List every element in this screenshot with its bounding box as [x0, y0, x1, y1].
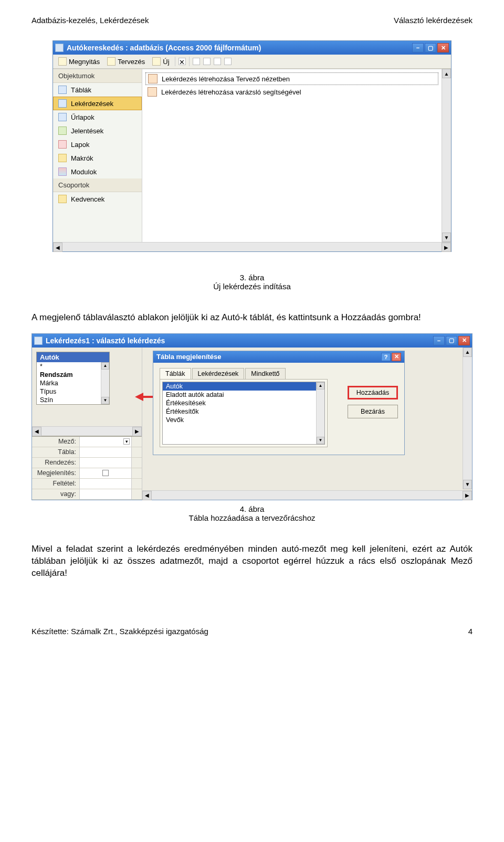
query-icon: [58, 99, 67, 108]
minimize-button[interactable]: −: [412, 43, 424, 52]
sidebar-item-forms[interactable]: Űrlapok: [53, 110, 142, 124]
scroll-up-button[interactable]: ▲: [463, 348, 472, 357]
toolbar-new[interactable]: Új: [150, 56, 171, 67]
dialog-close-button[interactable]: ✕: [392, 353, 401, 361]
field-tipus[interactable]: Típus: [37, 387, 101, 396]
toolbar-open[interactable]: Megnyitás: [56, 56, 102, 67]
grid-cell-show[interactable]: [79, 468, 132, 478]
dropdown-icon[interactable]: ▾: [123, 438, 130, 445]
listbox-item-ertekesitok[interactable]: Értékesítők: [163, 407, 316, 416]
scroll-up-button[interactable]: ▲: [442, 69, 451, 78]
toolbar-separator: [175, 57, 175, 66]
maximize-button[interactable]: ▢: [425, 43, 436, 52]
grid-label-or: vagy:: [32, 490, 79, 498]
tab-queries[interactable]: Lekérdezések: [192, 368, 245, 379]
sidebar-item-modules[interactable]: Modulok: [53, 165, 142, 178]
sidebar-item-label: Lekérdezések: [71, 100, 113, 108]
scroll-down-button[interactable]: ▼: [101, 397, 109, 404]
field-rendszam[interactable]: Rendszám: [37, 371, 101, 379]
list-item-label: Lekérdezés létrehozása varázsló segítség…: [161, 88, 301, 96]
sidebar-item-tables[interactable]: Táblák: [53, 83, 142, 97]
scroll-right-button[interactable]: ▶: [132, 427, 142, 436]
close-button[interactable]: ✕: [458, 336, 470, 345]
dialog-tabs: Táblák Lekérdezések Mindkettő: [160, 368, 398, 379]
grid-cell-or[interactable]: [79, 489, 132, 499]
grid-cell-table[interactable]: [79, 447, 132, 457]
delete-icon[interactable]: ✕: [178, 58, 186, 65]
right-hscroll[interactable]: ◀ ▶: [142, 490, 472, 500]
fieldbox-title: Autók: [37, 352, 109, 362]
add-button[interactable]: Hozzáadás: [348, 386, 398, 399]
upper-pane-hscroll[interactable]: ◀ ▶: [32, 426, 142, 436]
dialog-titlebar: Tábla megjelenítése ? ✕: [153, 351, 404, 363]
listbox-scrollbar[interactable]: ▲ ▼: [316, 382, 324, 444]
listbox-item-ertekesitesek[interactable]: Értékesítések: [163, 399, 316, 407]
titlebar: Autókereskedés : adatbázis (Access 2000 …: [53, 41, 451, 55]
figure-caption-2: 4. ábra Tábla hozzáadása a tervezőrácsho…: [32, 504, 472, 522]
grid-label-field: Mező:: [32, 438, 79, 445]
window-title: Lekérdezés1 : választó lekérdezés: [46, 336, 433, 345]
view-large-icon[interactable]: [193, 58, 200, 65]
field-star[interactable]: *: [37, 362, 101, 371]
tab-tables[interactable]: Táblák: [160, 368, 191, 379]
close-button[interactable]: ✕: [437, 43, 449, 52]
view-list-icon[interactable]: [214, 58, 221, 65]
titlebar: Lekérdezés1 : választó lekérdezés − ▢ ✕: [32, 334, 472, 348]
fieldbox-scrollbar[interactable]: ▲ ▼: [101, 362, 109, 404]
maximize-button[interactable]: ▢: [446, 336, 457, 345]
scroll-right-button[interactable]: ▶: [463, 491, 472, 500]
sidebar-group-objects: Objektumok: [53, 69, 142, 83]
tab-both[interactable]: Mindkettő: [245, 368, 285, 379]
scroll-left-button[interactable]: ◀: [142, 491, 152, 500]
scroll-up-button[interactable]: ▲: [101, 362, 109, 370]
sidebar-item-label: Kedvencek: [71, 195, 104, 203]
view-small-icon[interactable]: [203, 58, 211, 65]
checkbox[interactable]: [102, 470, 109, 476]
minimize-button[interactable]: −: [433, 336, 445, 345]
window-title: Autókereskedés : adatbázis (Access 2000 …: [67, 44, 412, 52]
right-vscroll[interactable]: ▲ ▼: [463, 348, 472, 489]
toolbar-separator: [189, 57, 190, 66]
help-button[interactable]: ?: [381, 353, 391, 361]
vertical-scrollbar[interactable]: ▲ ▼: [442, 69, 451, 242]
scroll-left-button[interactable]: ◀: [32, 427, 41, 436]
sidebar-item-reports[interactable]: Jelentések: [53, 124, 142, 138]
sidebar-item-queries[interactable]: Lekérdezések: [53, 97, 142, 110]
show-table-dialog: Tábla megjelenítése ? ✕ Táblák Lekérdezé…: [153, 351, 405, 455]
grid-cell-criteria[interactable]: [79, 479, 132, 489]
scroll-down-button[interactable]: ▼: [463, 480, 472, 489]
grid-label-table: Tábla:: [32, 448, 79, 456]
grid-label-show: Megjelenítés:: [32, 469, 79, 477]
scroll-right-button[interactable]: ▶: [442, 243, 451, 252]
sidebar-item-macros[interactable]: Makrók: [53, 151, 142, 165]
listbox-item-autok[interactable]: Autók: [163, 382, 316, 391]
scroll-up-button[interactable]: ▲: [317, 382, 324, 390]
view-details-icon[interactable]: [224, 58, 232, 65]
list-item-create-wizard[interactable]: Lekérdezés létrehozása varázsló segítség…: [145, 86, 438, 98]
table-fieldbox[interactable]: Autók * Rendszám Márka Típus Szín ▲: [36, 352, 110, 405]
figure-title: Új lekérdezés indítása: [213, 282, 291, 291]
horizontal-scrollbar[interactable]: ◀ ▶: [53, 242, 451, 251]
field-szin[interactable]: Szín: [37, 396, 101, 404]
grid-cell-sort[interactable]: [79, 458, 132, 468]
scroll-down-button[interactable]: ▼: [442, 233, 451, 242]
table-listbox[interactable]: Autók Eladott autók adatai Értékesítések…: [162, 382, 325, 445]
scroll-down-button[interactable]: ▼: [317, 437, 324, 444]
field-marka[interactable]: Márka: [37, 379, 101, 387]
toolbar-design[interactable]: Tervezés: [105, 56, 147, 67]
listbox-item-vevok[interactable]: Vevők: [163, 416, 316, 424]
sidebar-item-pages[interactable]: Lapok: [53, 138, 142, 151]
listbox-item-eladott[interactable]: Eladott autók adatai: [163, 391, 316, 399]
figure-number: 4. ábra: [32, 504, 472, 513]
close-dialog-button[interactable]: Bezárás: [348, 405, 398, 418]
paragraph-1: A megjelenő táblaválasztó ablakon jelölj…: [32, 312, 472, 324]
grid-cell-field[interactable]: ▾: [79, 437, 132, 447]
access-db-window: Autókereskedés : adatbázis (Access 2000 …: [52, 40, 452, 252]
sidebar-item-label: Jelentések: [71, 127, 103, 135]
list-item-create-design[interactable]: Lekérdezés létrehozása Tervező nézetben: [145, 72, 438, 85]
figure-number: 3. ábra: [32, 273, 472, 282]
favorites-icon: [58, 195, 67, 203]
sidebar-item-favorites[interactable]: Kedvencek: [53, 192, 142, 206]
scroll-left-button[interactable]: ◀: [53, 243, 62, 252]
sidebar-item-label: Űrlapok: [71, 113, 94, 121]
